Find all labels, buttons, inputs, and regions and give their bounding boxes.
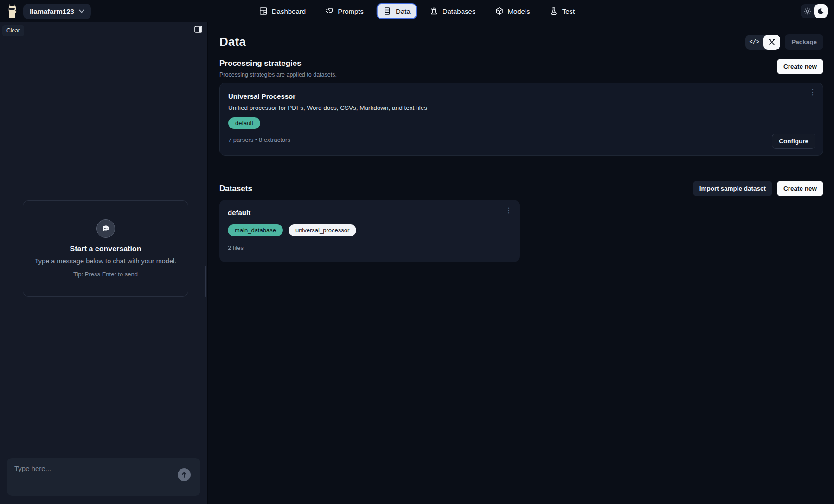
processing-actions: Create new [777, 59, 823, 74]
builder-view-button[interactable] [763, 35, 780, 50]
view-mode-toggle: </> [745, 35, 781, 50]
import-sample-dataset-button[interactable]: Import sample dataset [693, 181, 772, 196]
nav-tab-label: Prompts [338, 7, 364, 15]
light-mode-button[interactable] [801, 4, 814, 18]
dataset-meta: 2 files [228, 244, 511, 251]
nav-tab-data[interactable]: Data [377, 3, 417, 19]
moon-icon [817, 8, 824, 15]
nav-tab-dashboard[interactable]: Dashboard [253, 3, 312, 19]
chevron-down-icon [79, 9, 84, 13]
theme-toggle [801, 4, 828, 18]
strategy-badges: default [228, 117, 815, 129]
chat-message-input[interactable] [7, 458, 200, 496]
data-icon [383, 7, 391, 15]
package-button[interactable]: Package [785, 34, 823, 50]
configure-button[interactable]: Configure [772, 134, 815, 149]
project-selector[interactable]: llamafarm123 [23, 4, 91, 19]
top-bar: llamafarm123 Dashboard Prompts [0, 0, 834, 22]
datasets-section-header: Datasets Import sample dataset Create ne… [219, 181, 823, 196]
processing-section-title: Processing strategies [219, 59, 337, 68]
processing-section-header: Processing strategies Processing strateg… [219, 59, 823, 78]
chat-input-container [7, 458, 200, 496]
create-strategy-button[interactable]: Create new [777, 59, 823, 74]
test-icon [550, 7, 558, 15]
datasets-titles: Datasets [219, 184, 252, 193]
prompts-icon [325, 7, 334, 15]
processing-section-subtitle: Processing strategies are applied to dat… [219, 71, 337, 78]
sun-icon [804, 7, 811, 15]
dataset-badges: main_database universal_processor [228, 224, 511, 236]
nav-tab-databases[interactable]: Databases [423, 3, 482, 19]
tools-icon [768, 38, 776, 46]
nav-tab-test[interactable]: Test [543, 3, 582, 19]
database-badge: main_database [228, 224, 283, 236]
page-title: Data [219, 35, 246, 49]
dataset-title: default [228, 209, 511, 217]
page-header-actions: </> Package [745, 34, 823, 50]
datasets-section-title: Datasets [219, 184, 252, 193]
models-icon [495, 7, 503, 15]
processor-badge: universal_processor [289, 224, 356, 236]
chat-bubble-icon [101, 224, 110, 233]
datasets-actions: Import sample dataset Create new [693, 181, 823, 196]
arrow-up-icon [180, 471, 188, 478]
clear-chat-button[interactable]: Clear [2, 25, 24, 36]
empty-state-tip: Tip: Press Enter to send [73, 271, 138, 278]
empty-state-title: Start a conversation [70, 245, 141, 253]
nav-tab-label: Databases [443, 7, 476, 15]
project-name: llamafarm123 [30, 7, 74, 15]
chat-empty-state: Start a conversation Type a message belo… [23, 200, 188, 297]
section-divider [219, 169, 823, 169]
main-nav: Dashboard Prompts Data Databases [253, 0, 582, 22]
processing-strategy-card: Universal Processor Unified processor fo… [219, 83, 823, 156]
nav-tab-label: Dashboard [272, 7, 306, 15]
empty-state-description: Type a message below to chat with your m… [35, 257, 176, 265]
chat-bubble-badge [96, 219, 115, 238]
brand: llamafarm123 [6, 4, 91, 19]
nav-tab-label: Test [562, 7, 575, 15]
nav-tab-label: Models [507, 7, 530, 15]
llama-logo-icon [6, 4, 19, 19]
default-badge: default [228, 117, 260, 129]
nav-tab-models[interactable]: Models [488, 3, 536, 19]
nav-tab-label: Data [396, 7, 411, 15]
create-dataset-button[interactable]: Create new [777, 181, 823, 196]
dataset-menu-button[interactable]: ⋮ [505, 207, 513, 214]
databases-icon [430, 7, 438, 15]
strategy-meta: 7 parsers • 8 extractors [228, 136, 815, 143]
strategy-description: Unified processor for PDFs, Word docs, C… [228, 104, 815, 111]
strategy-title: Universal Processor [228, 92, 815, 100]
data-page: Data </> Package Processin [208, 22, 834, 504]
sidebar-scrollbar-thumb[interactable] [205, 266, 206, 297]
strategy-menu-button[interactable]: ⋮ [809, 89, 816, 96]
chat-sidebar: Clear Start a conversation Type a messag… [0, 22, 208, 504]
dashboard-icon [259, 7, 268, 15]
dark-mode-button[interactable] [814, 4, 828, 18]
app-shell: Clear Start a conversation Type a messag… [0, 22, 834, 504]
send-message-button[interactable] [178, 468, 191, 481]
page-header: Data </> Package [219, 34, 823, 50]
code-view-button[interactable]: </> [745, 35, 764, 50]
dataset-card: default main_database universal_processo… [219, 200, 520, 262]
processing-titles: Processing strategies Processing strateg… [219, 59, 337, 78]
panel-right-icon [194, 26, 202, 33]
collapse-panel-button[interactable] [194, 26, 202, 33]
nav-tab-prompts[interactable]: Prompts [319, 3, 370, 19]
